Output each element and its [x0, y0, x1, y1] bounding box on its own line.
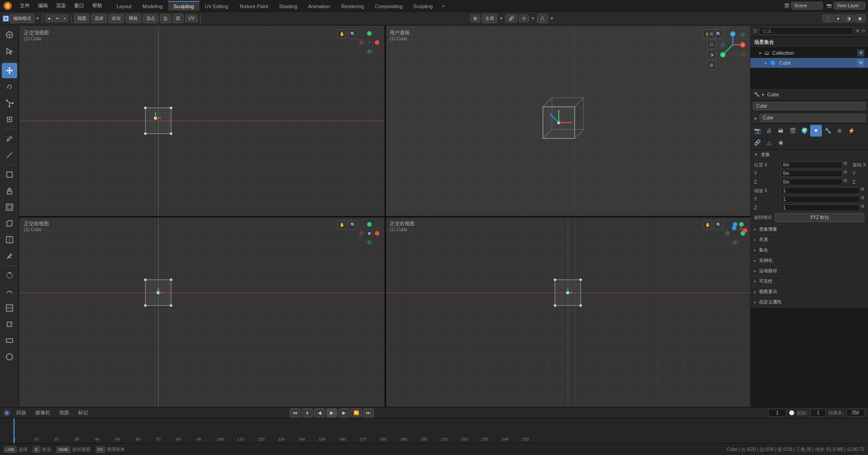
transform-tool-btn[interactable] — [2, 112, 17, 127]
prop-tab-view[interactable]: 🏔 — [775, 125, 787, 137]
prop-tab-scene[interactable]: 🎬 — [787, 125, 798, 137]
viewport-hsplit[interactable] — [19, 216, 750, 218]
overlay-btn[interactable]: ⊡ — [707, 40, 716, 49]
bevel-btn[interactable] — [2, 216, 17, 231]
global-btn[interactable]: 全局 — [482, 14, 497, 23]
scale-x-input[interactable] — [781, 187, 860, 194]
solid-btn[interactable]: ● — [834, 14, 843, 22]
add-menu-btn[interactable]: 添加 — [108, 14, 124, 23]
timeline-mode-icon[interactable] — [4, 410, 10, 416]
relations-header[interactable]: ▸ 关系 — [750, 235, 868, 245]
prop-tab-render[interactable]: 📷 — [751, 125, 763, 137]
snap-btn[interactable]: 🔗 — [505, 14, 517, 22]
face-menu-btn[interactable]: 面 — [173, 14, 184, 23]
tl-view-btn[interactable]: 视图 — [57, 408, 72, 417]
edge-menu-btn[interactable]: 边 — [160, 14, 171, 23]
tab-sculpting[interactable]: Sculpting — [168, 1, 199, 11]
vertex-select-btn[interactable]: ● — [46, 14, 53, 22]
rip-btn[interactable] — [2, 317, 17, 332]
tab-shading[interactable]: Shading — [274, 1, 302, 11]
move-tool-btn[interactable] — [2, 63, 17, 78]
collections-header[interactable]: ▸ 集合 — [750, 245, 868, 255]
to-sphere-btn[interactable] — [2, 349, 17, 365]
start-frame-input[interactable] — [810, 409, 826, 417]
hand-icon-br[interactable]: ✋ — [703, 220, 712, 229]
prop-tab-data[interactable]: △ — [763, 137, 775, 148]
end-frame-input[interactable] — [846, 409, 864, 417]
mode-dropdown[interactable]: 编辑模式 — [10, 14, 34, 23]
viewport-bottom-left[interactable]: 正交前视图 (1) Cube — [19, 216, 385, 407]
shading-btn[interactable]: ◑ — [707, 50, 716, 59]
motion-path-header[interactable]: ▸ 运动路径 — [750, 266, 868, 276]
prop-tab-particles[interactable]: ⊛ — [834, 125, 845, 137]
viewport-top-right[interactable]: 用户透视 (1) Cube — [385, 25, 750, 216]
smooth-vertex-btn[interactable] — [2, 284, 17, 299]
scene-input[interactable] — [791, 2, 823, 9]
scale-tool-btn[interactable] — [2, 95, 17, 111]
tab-modeling[interactable]: Modeling — [137, 1, 168, 11]
obj-name-input[interactable] — [753, 102, 865, 110]
zoom-icon-br[interactable]: 🔍 — [714, 220, 723, 229]
menu-window[interactable]: 窗口 — [71, 1, 88, 10]
tab-texture-paint[interactable]: Texture Paint — [234, 1, 274, 11]
jump-end-btn[interactable]: ⏭ — [363, 408, 374, 417]
edge-slide-btn[interactable] — [2, 300, 17, 316]
delta-transform-header[interactable]: ▸ 变换增量 — [750, 224, 868, 234]
instancing-header[interactable]: ▸ 实例化 — [750, 256, 868, 265]
cursor-tool-btn[interactable] — [2, 27, 17, 43]
location-x-input[interactable] — [781, 161, 843, 168]
knife-btn[interactable] — [2, 248, 17, 264]
rendered-btn[interactable]: ◉ — [855, 14, 865, 22]
view-menu-btn[interactable]: 视图 — [74, 14, 90, 23]
zoom-icon-tl[interactable]: 🔍 — [348, 29, 357, 38]
scale-z-input[interactable] — [781, 204, 860, 211]
view-gizmo-tr[interactable]: X Y Z — [719, 31, 746, 59]
add-workspace-button[interactable]: + — [438, 1, 448, 10]
prop-tab-object[interactable]: ▼ — [810, 125, 822, 137]
select-menu-btn[interactable]: 选择 — [91, 14, 107, 23]
grid-display-btn[interactable]: ⊞ — [707, 29, 716, 38]
prop-tab-physics[interactable]: ⚡ — [845, 125, 857, 137]
edge-select-btn[interactable]: ━ — [54, 14, 61, 22]
menu-file[interactable]: 文件 — [16, 1, 33, 10]
eight-btn[interactable]: 八 — [537, 14, 548, 23]
material-btn[interactable]: ◑ — [844, 14, 854, 22]
prop-tab-modifier[interactable]: 🔧 — [822, 125, 834, 137]
hand-icon-tl[interactable]: ✋ — [337, 29, 346, 38]
wireframe-btn[interactable]: ⬚ — [822, 14, 833, 22]
viewport-top-left[interactable]: 正交顶视图 (1) Cube — [19, 25, 385, 216]
view-gizmo-bl[interactable]: Z — [358, 222, 381, 246]
tab-layout[interactable]: Layout — [111, 1, 137, 11]
outliner-sync-icon[interactable]: ⟳ — [862, 28, 865, 33]
tab-animation[interactable]: Animation — [303, 1, 336, 11]
select-tool-btn[interactable] — [2, 43, 17, 59]
viewlayer-input[interactable] — [834, 2, 865, 9]
timeline-ruler[interactable]: 1 10 20 30 40 50 60 70 80 90 100 110 120… — [0, 418, 868, 443]
next-frame-btn[interactable]: ⏩ — [351, 408, 362, 417]
location-y-input[interactable] — [781, 170, 843, 177]
measure-tool-btn[interactable] — [2, 147, 17, 163]
add-cube-btn[interactable] — [2, 167, 17, 182]
select-all-btn[interactable]: ⊠ — [470, 14, 480, 22]
rotation-mode-btn[interactable]: XYZ 欧拉 — [775, 213, 864, 222]
zoom-icon-bl[interactable]: 🔍 — [348, 220, 357, 229]
viewport-bottom-right[interactable]: 正交右视图 (1) Cube ✋ 🔍 — [385, 216, 750, 407]
outliner-filter-icon[interactable]: ▼ — [855, 28, 860, 33]
viewport-display-header[interactable]: ▸ 视图显示 — [750, 287, 868, 297]
outliner-search[interactable] — [759, 27, 854, 35]
prop-tab-material[interactable]: ◉ — [775, 137, 787, 148]
tab-scripting[interactable]: Scripting — [408, 1, 438, 11]
prop-tab-constraints[interactable]: 🔗 — [751, 137, 763, 148]
transform-section-header[interactable]: ▼ 变换 — [750, 150, 868, 160]
custom-props-header[interactable]: ▸ 自定义属性 — [750, 297, 868, 307]
inset-btn[interactable] — [2, 199, 17, 215]
rotate-tool-btn[interactable] — [2, 79, 17, 95]
current-frame-input[interactable] — [768, 409, 786, 417]
prop-tab-output[interactable]: 🖨 — [763, 125, 775, 137]
visibility-header[interactable]: ▸ 可见性 — [750, 276, 868, 286]
data-name-input[interactable] — [760, 114, 865, 122]
extrude-btn[interactable] — [2, 183, 17, 199]
shear-btn[interactable] — [2, 333, 17, 348]
annotate-tool-btn[interactable] — [2, 131, 17, 147]
jump-start-btn[interactable]: ⏮ — [290, 408, 301, 417]
